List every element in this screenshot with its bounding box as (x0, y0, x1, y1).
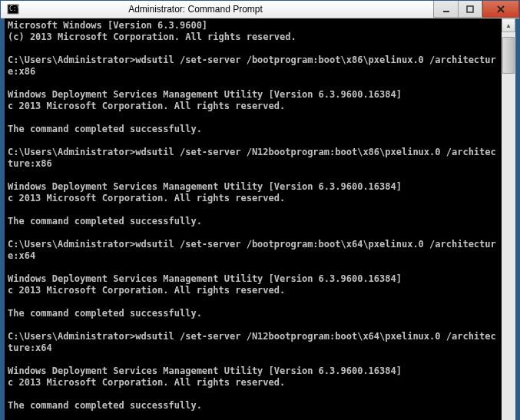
line: c 2013 Microsoft Corporation. All rights… (8, 285, 285, 296)
line: C:\Users\Administrator>wdsutil /set-serv… (8, 55, 496, 77)
line: The command completed successfully. (8, 124, 202, 134)
line: C:\Users\Administrator>wdsutil /set-serv… (8, 331, 496, 353)
close-button[interactable] (482, 1, 519, 18)
line: Windows Deployment Services Management U… (8, 89, 402, 100)
line: c 2013 Microsoft Corporation. All rights… (8, 377, 285, 388)
command-prompt-window: C:\ Administrator: Command Prompt Micros… (0, 0, 520, 420)
minimize-button[interactable] (433, 1, 458, 18)
line: Windows Deployment Services Management U… (8, 365, 402, 376)
window-title: Administrator: Command Prompt (0, 4, 433, 15)
line: Microsoft Windows [Version 6.3.9600] (8, 20, 207, 31)
line: c 2013 Microsoft Corporation. All rights… (8, 101, 285, 111)
line: (c) 2013 Microsoft Corporation. All righ… (8, 31, 296, 42)
line: The command completed successfully. (8, 308, 202, 319)
scroll-up-button[interactable]: ▲ (502, 18, 515, 32)
vertical-scrollbar[interactable]: ▲ ▼ (502, 18, 515, 420)
maximize-button[interactable] (458, 1, 482, 18)
scroll-thumb[interactable] (502, 37, 515, 74)
svg-rect-3 (467, 6, 473, 12)
line: C:\Users\Administrator>wdsutil /set-serv… (8, 239, 496, 261)
scroll-track[interactable] (502, 32, 515, 420)
line: The command completed successfully. (8, 216, 202, 227)
line: Windows Deployment Services Management U… (8, 273, 402, 284)
line: c 2013 Microsoft Corporation. All rights… (8, 193, 285, 203)
terminal-output[interactable]: Microsoft Windows [Version 6.3.9600] (c)… (5, 18, 502, 420)
svg-rect-2 (443, 11, 449, 12)
window-controls (433, 1, 519, 18)
terminal-wrap: Microsoft Windows [Version 6.3.9600] (c)… (1, 18, 519, 420)
line: The command completed successfully. (8, 400, 202, 411)
line: Windows Deployment Services Management U… (8, 181, 402, 192)
titlebar[interactable]: C:\ Administrator: Command Prompt (1, 1, 519, 18)
line: C:\Users\Administrator>wdsutil /set-serv… (8, 147, 496, 169)
